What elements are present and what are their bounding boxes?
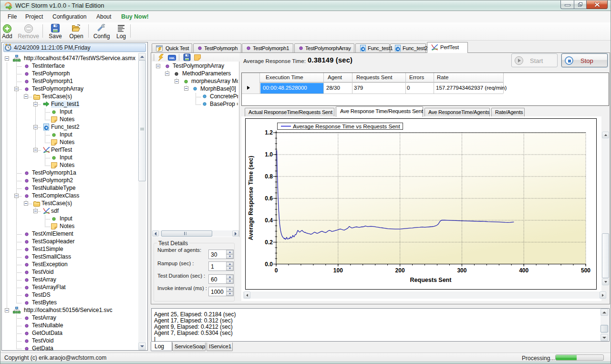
svg-text:400: 400 <box>519 267 528 274</box>
svg-text:0.6: 0.6 <box>265 195 273 202</box>
svg-text:0.0: 0.0 <box>265 261 273 268</box>
svg-text:500: 500 <box>581 267 590 274</box>
svg-text:200: 200 <box>395 267 405 274</box>
svg-text:Average Response Time vs Reque: Average Response Time vs Requests Sent <box>293 123 400 130</box>
svg-text:0.4: 0.4 <box>265 217 273 224</box>
svg-text:0: 0 <box>275 267 278 274</box>
svg-text:Average Response Time (sec): Average Response Time (sec) <box>248 156 254 240</box>
svg-text:1.0: 1.0 <box>265 151 273 158</box>
svg-text:100: 100 <box>333 267 343 274</box>
svg-text:300: 300 <box>457 267 466 274</box>
svg-text:0.2: 0.2 <box>265 239 273 246</box>
svg-text:Requests Sent: Requests Sent <box>410 277 452 283</box>
svg-text:1.2: 1.2 <box>265 129 273 136</box>
svg-text:0.8: 0.8 <box>265 173 273 180</box>
svg-text:XML: XML <box>169 57 175 60</box>
